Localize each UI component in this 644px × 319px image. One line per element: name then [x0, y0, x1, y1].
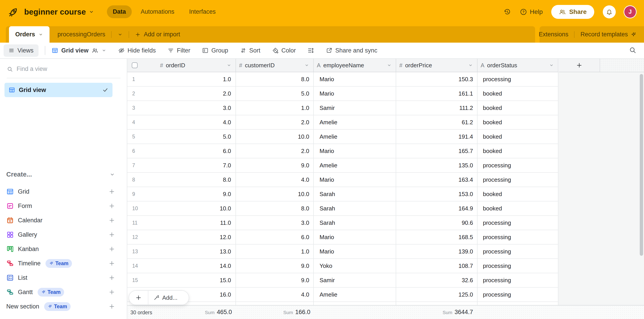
- cell-orderprice[interactable]: 90.6: [396, 216, 478, 230]
- cell-employeename[interactable]: Sarah: [314, 187, 396, 201]
- create-item-new-section[interactable]: New section Team: [6, 299, 115, 313]
- base-title[interactable]: beginner course: [24, 8, 86, 16]
- create-item-gallery[interactable]: Gallery: [6, 227, 115, 242]
- color-button[interactable]: Color: [272, 47, 296, 54]
- cell-orderid[interactable]: 4 4.0: [127, 115, 236, 130]
- cell-employeename[interactable]: Mario: [314, 230, 396, 244]
- create-item-calendar[interactable]: Calendar: [6, 213, 115, 227]
- cell-orderprice[interactable]: 165.7: [396, 144, 478, 158]
- table-row[interactable]: 16 16.0 4.0 Amelie 125.0 processing: [127, 287, 558, 302]
- hide-fields-button[interactable]: Hide fields: [118, 47, 156, 54]
- cell-orderstatus[interactable]: booked: [478, 130, 558, 144]
- table-row[interactable]: 10 10.0 8.0 Sarah 164.9 booked: [127, 201, 558, 216]
- plus-icon[interactable]: [108, 303, 115, 310]
- sum-orderid[interactable]: Sum 465.0: [127, 309, 232, 316]
- cell-orderprice[interactable]: 150.3: [396, 72, 478, 87]
- add-field-button[interactable]: [559, 59, 600, 72]
- table-row[interactable]: 15 15.0 9.0 Samir 32.6 processing: [127, 273, 558, 287]
- cell-customerid[interactable]: 10.0: [236, 130, 314, 144]
- plus-icon[interactable]: [108, 260, 115, 267]
- plus-icon[interactable]: [108, 246, 115, 252]
- vertical-scrollbar[interactable]: [640, 74, 643, 256]
- table-row[interactable]: 7 7.0 9.0 Amelie 135.0 processing: [127, 158, 558, 173]
- cell-orderid[interactable]: 1 1.0: [127, 72, 236, 87]
- record-templates-button[interactable]: Record templates: [580, 31, 628, 38]
- cell-orderstatus[interactable]: processing: [478, 158, 558, 173]
- table-row[interactable]: 4 4.0 2.0 Amelie 61.2 booked: [127, 115, 558, 130]
- table-row[interactable]: 11 11.0 3.0 Sarah 90.6 processing: [127, 216, 558, 230]
- cell-customerid[interactable]: 9.0: [236, 273, 314, 287]
- cell-orderid[interactable]: 14 14.0: [127, 259, 236, 273]
- column-chevron-down-icon[interactable]: [387, 63, 392, 68]
- cell-orderprice[interactable]: 32.6: [396, 273, 478, 287]
- history-icon[interactable]: [504, 8, 511, 16]
- cell-employeename[interactable]: Amelie: [314, 115, 396, 130]
- table-row[interactable]: 13 13.0 1.0 Mario 139.0 processing: [127, 244, 558, 259]
- cell-orderprice[interactable]: 139.0: [396, 244, 478, 259]
- cell-employeename[interactable]: Sarah: [314, 216, 396, 230]
- row-height-button[interactable]: [308, 47, 314, 54]
- table-row[interactable]: 14 14.0 9.0 Yoko 108.7 processing: [127, 259, 558, 273]
- cell-customerid[interactable]: 1.0: [236, 244, 314, 259]
- plus-icon[interactable]: [108, 203, 115, 209]
- rocket-logo-icon[interactable]: [8, 7, 19, 17]
- cell-customerid[interactable]: 4.0: [236, 287, 314, 302]
- cell-orderstatus[interactable]: processing: [478, 244, 558, 259]
- cell-orderid[interactable]: 15 15.0: [127, 273, 236, 287]
- table-row[interactable]: 6 6.0 2.0 Mario 165.7 booked: [127, 144, 558, 158]
- cell-orderid[interactable]: 12 12.0: [127, 230, 236, 244]
- cell-orderprice[interactable]: 153.0: [396, 187, 478, 201]
- column-header-employeename[interactable]: A employeeName: [314, 59, 396, 72]
- cell-customerid[interactable]: 8.0: [236, 201, 314, 216]
- sort-button[interactable]: Sort: [240, 47, 260, 54]
- cell-orderid[interactable]: 5 5.0: [127, 130, 236, 144]
- create-item-form[interactable]: Form: [6, 199, 115, 213]
- cell-orderstatus[interactable]: processing: [478, 259, 558, 273]
- cell-orderid[interactable]: 2 2.0: [127, 87, 236, 101]
- cell-orderstatus[interactable]: processing: [478, 72, 558, 87]
- table-row[interactable]: 9 9.0 10.0 Sarah 153.0 booked: [127, 187, 558, 201]
- table-row[interactable]: 12 12.0 6.0 Mario 168.5 processing: [127, 230, 558, 244]
- cell-orderstatus[interactable]: booked: [478, 101, 558, 115]
- create-item-timeline[interactable]: Timeline Team: [6, 256, 115, 270]
- column-header-orderstatus[interactable]: A orderStatus: [478, 59, 558, 72]
- cell-customerid[interactable]: 1.0: [236, 101, 314, 115]
- plus-icon[interactable]: [108, 274, 115, 281]
- cell-orderstatus[interactable]: booked: [478, 87, 558, 101]
- create-header[interactable]: Create...: [6, 171, 115, 178]
- avatar[interactable]: J: [624, 6, 636, 18]
- extensions-button[interactable]: Extensions: [539, 31, 568, 38]
- cell-orderid[interactable]: 7 7.0: [127, 158, 236, 173]
- table-row[interactable]: 1 1.0 8.0 Mario 150.3 processing: [127, 72, 558, 87]
- cell-orderid[interactable]: 3 3.0: [127, 101, 236, 115]
- cell-orderid[interactable]: 6 6.0: [127, 144, 236, 158]
- cell-customerid[interactable]: 8.0: [236, 72, 314, 87]
- cell-orderprice[interactable]: 164.9: [396, 201, 478, 216]
- select-all-checkbox[interactable]: [132, 62, 138, 68]
- column-chevron-down-icon[interactable]: [304, 63, 309, 68]
- cell-customerid[interactable]: 2.0: [236, 144, 314, 158]
- search-icon[interactable]: [629, 46, 636, 54]
- cell-employeename[interactable]: Mario: [314, 72, 396, 87]
- cell-orderstatus[interactable]: booked: [478, 144, 558, 158]
- cell-employeename[interactable]: Mario: [314, 144, 396, 158]
- nav-tab-automations[interactable]: Automations: [135, 6, 180, 18]
- sum-orderprice[interactable]: Sum 3644.7: [396, 309, 473, 316]
- cell-customerid[interactable]: 6.0: [236, 230, 314, 244]
- cell-orderstatus[interactable]: processing: [478, 216, 558, 230]
- table-list-chevron-down-icon[interactable]: [118, 32, 123, 37]
- cell-orderprice[interactable]: 108.7: [396, 259, 478, 273]
- add-with-ai-button[interactable]: Add...: [148, 291, 189, 305]
- cell-employeename[interactable]: Mario: [314, 173, 396, 187]
- cell-orderid[interactable]: 10 10.0: [127, 201, 236, 216]
- notifications-button[interactable]: [603, 6, 616, 19]
- nav-tab-interfaces[interactable]: Interfaces: [183, 6, 222, 18]
- cell-customerid[interactable]: 3.0: [236, 216, 314, 230]
- plus-icon[interactable]: [108, 188, 115, 195]
- cell-customerid[interactable]: 5.0: [236, 87, 314, 101]
- current-view-button[interactable]: Grid view: [52, 47, 107, 54]
- cell-orderstatus[interactable]: booked: [478, 187, 558, 201]
- cell-employeename[interactable]: Sarah: [314, 201, 396, 216]
- column-chevron-down-icon[interactable]: [549, 63, 554, 68]
- add-or-import-button[interactable]: Add or import: [135, 31, 180, 38]
